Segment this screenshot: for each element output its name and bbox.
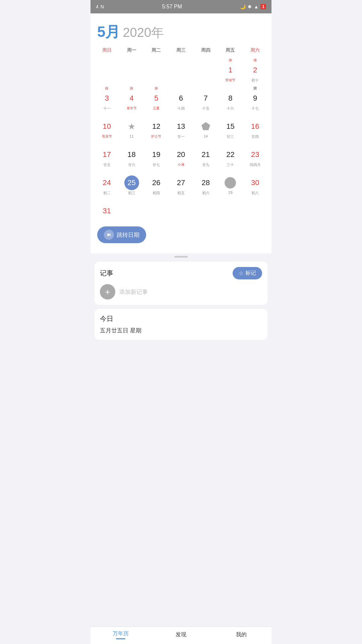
empty-cell	[95, 56, 119, 84]
add-note-row: + 添加新记事	[100, 284, 262, 300]
note-card-header: 记事 ☆ 标记	[100, 267, 262, 279]
year-label: 2020年	[123, 24, 164, 41]
star-tag-icon: ☆	[239, 270, 243, 276]
day-20[interactable]: 20 小满	[169, 141, 193, 169]
day-21[interactable]: 21 廿九	[193, 141, 218, 169]
day-4[interactable]: 休 4 青年节	[119, 84, 144, 112]
empty-cell	[218, 197, 243, 221]
moon-icon: 🌙	[240, 4, 246, 9]
day-27[interactable]: 27 初五	[169, 169, 193, 197]
weekday-thu: 周四	[193, 46, 218, 55]
empty-cell	[169, 56, 193, 84]
weekday-tue: 周二	[144, 46, 169, 55]
tag-button[interactable]: ☆ 标记	[233, 267, 262, 279]
jump-to-date-button[interactable]: 跳转日期	[97, 226, 146, 243]
today-title: 今日	[100, 314, 262, 323]
day-18[interactable]: 18 廿六	[119, 141, 144, 169]
empty-cell	[169, 197, 193, 221]
bluetooth-icon: ✱	[248, 4, 252, 9]
pentagon-icon	[198, 119, 213, 134]
empty-cell	[119, 197, 144, 221]
day-6[interactable]: 6 十四	[169, 84, 193, 112]
status-right: 🌙 ✱ ▲ 1	[240, 4, 266, 9]
day-11[interactable]: ★ 11	[119, 112, 144, 141]
day-24[interactable]: 24 初二	[95, 169, 119, 197]
day-10[interactable]: 10 母亲节	[95, 112, 119, 141]
day-22[interactable]: 22 三十	[218, 141, 243, 169]
weekday-sun: 周日	[95, 46, 119, 55]
day-30[interactable]: 30 初八	[243, 169, 267, 197]
empty-cell	[119, 56, 144, 84]
today-card: 今日 五月廿五日 星期	[95, 309, 267, 340]
notification-badge: 4	[96, 4, 99, 9]
n-icon: N	[101, 4, 104, 9]
day-25[interactable]: 25 初三	[119, 169, 144, 197]
day-23[interactable]: 23 闰四月	[243, 141, 267, 169]
empty-cell	[144, 56, 169, 84]
day-26[interactable]: 26 初四	[144, 169, 169, 197]
tag-label: 标记	[245, 270, 256, 277]
day-5[interactable]: 休 5 立夏	[144, 84, 169, 112]
today-sub: 五月廿五日 星期	[100, 327, 262, 334]
circle-icon	[223, 175, 238, 190]
month-label: 5月	[97, 22, 120, 42]
weekday-row: 周日 周一 周二 周三 周四 周五 周六	[95, 46, 267, 55]
svg-marker-0	[201, 122, 210, 130]
add-note-button[interactable]: +	[100, 284, 115, 300]
day-28[interactable]: 28 初六	[193, 169, 218, 197]
status-left: 4 N	[96, 4, 104, 9]
day-1[interactable]: 休 1 劳动节	[218, 56, 243, 84]
status-time: 5:57 PM	[162, 4, 182, 10]
wifi-icon: ▲	[254, 4, 258, 9]
note-title: 记事	[100, 269, 113, 278]
day-31[interactable]: 31	[95, 197, 119, 221]
sheet-handle	[174, 256, 188, 258]
empty-cell	[144, 197, 169, 221]
weekday-mon: 周一	[119, 46, 144, 55]
battery-icon: 1	[260, 4, 266, 9]
calendar-container: 5月 2020年 周日 周一 周二 周三 周四 周五 周六 休 1 劳动节 休 …	[90, 13, 272, 253]
day-15[interactable]: 15 廿三	[218, 112, 243, 141]
calendar-grid: 休 1 劳动节 休 2 初十 休 3 十一 休 4 青年节 休 5 立夏 6 十…	[95, 56, 267, 221]
today-date-text: 五月廿五日 星期	[100, 327, 141, 334]
add-note-placeholder[interactable]: 添加新记事	[119, 288, 148, 296]
weekday-fri: 周五	[218, 46, 243, 55]
day-16[interactable]: 16 廿四	[243, 112, 267, 141]
day-19[interactable]: 19 廿七	[144, 141, 169, 169]
empty-cell	[193, 197, 218, 221]
day-7[interactable]: 7 十五	[193, 84, 218, 112]
day-14[interactable]: 14	[193, 112, 218, 141]
day-3[interactable]: 休 3 十一	[95, 84, 119, 112]
weekday-sat: 周六	[243, 46, 267, 55]
star-icon: ★	[124, 119, 139, 134]
jump-btn-label: 跳转日期	[117, 231, 139, 239]
empty-cell	[243, 197, 267, 221]
jump-icon	[104, 230, 114, 240]
month-year-header: 5月 2020年	[95, 19, 267, 46]
bottom-sheet: 记事 ☆ 标记 + 添加新记事 今日 五月廿五日 星期	[90, 256, 272, 343]
day-9[interactable]: 班 9 十七	[243, 84, 267, 112]
day-8[interactable]: 8 十六	[218, 84, 243, 112]
status-bar: 4 N 5:57 PM 🌙 ✱ ▲ 1	[90, 0, 272, 13]
day-12[interactable]: 12 护士节	[144, 112, 169, 141]
weekday-wed: 周三	[169, 46, 193, 55]
day-2[interactable]: 休 2 初十	[243, 56, 267, 84]
note-card: 记事 ☆ 标记 + 添加新记事	[95, 262, 267, 305]
day-17[interactable]: 17 廿五	[95, 141, 119, 169]
day-29[interactable]: 29	[218, 169, 243, 197]
empty-cell	[193, 56, 218, 84]
day-13[interactable]: 13 廿一	[169, 112, 193, 141]
